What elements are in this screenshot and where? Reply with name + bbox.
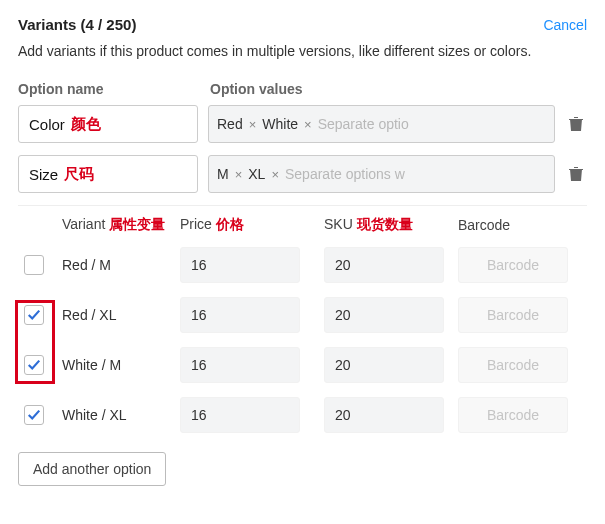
variant-checkbox[interactable] [24, 255, 44, 275]
remove-tag-icon[interactable]: × [249, 117, 257, 132]
option-value-text: M [217, 166, 229, 182]
variant-table-header: Variant 属性变量 Price 价格 SKU 现货数量 Barcode [18, 210, 587, 240]
header-sku: SKU [324, 216, 353, 232]
option-value-tag: Red× [217, 116, 256, 132]
price-input[interactable]: 16 [180, 247, 300, 283]
header-barcode: Barcode [458, 217, 510, 233]
option-name-value: Color [29, 116, 65, 133]
option-name-input[interactable]: Size尺码 [18, 155, 198, 193]
option-name-annotation: 尺码 [64, 165, 94, 184]
option-values-label: Option values [210, 81, 587, 97]
option-value-text: Red [217, 116, 243, 132]
barcode-input[interactable]: Barcode [458, 347, 568, 383]
trash-icon[interactable] [565, 166, 587, 182]
table-row: Red / XL1620Barcode [18, 290, 587, 340]
header-price: Price [180, 216, 212, 232]
remove-tag-icon[interactable]: × [271, 167, 279, 182]
variants-description: Add variants if this product comes in mu… [18, 43, 587, 59]
option-value-text: XL [248, 166, 265, 182]
sku-input[interactable]: 20 [324, 297, 444, 333]
cancel-link[interactable]: Cancel [543, 17, 587, 33]
variant-name: White / XL [62, 407, 180, 423]
option-values-input[interactable]: M×XL×Separate options w [208, 155, 555, 193]
header-sku-annotation: 现货数量 [357, 216, 413, 232]
divider [18, 205, 587, 206]
barcode-input[interactable]: Barcode [458, 397, 568, 433]
price-input[interactable]: 16 [180, 347, 300, 383]
barcode-input[interactable]: Barcode [458, 297, 568, 333]
barcode-input[interactable]: Barcode [458, 247, 568, 283]
variant-name: Red / XL [62, 307, 180, 323]
add-another-option-button[interactable]: Add another option [18, 452, 166, 486]
price-input[interactable]: 16 [180, 297, 300, 333]
option-value-tag: XL× [248, 166, 279, 182]
header-price-annotation: 价格 [216, 216, 244, 232]
sku-input[interactable]: 20 [324, 397, 444, 433]
variant-name: Red / M [62, 257, 180, 273]
option-value-text: White [262, 116, 298, 132]
header-variant-annotation: 属性变量 [109, 216, 165, 232]
variant-name: White / M [62, 357, 180, 373]
option-values-placeholder: Separate options w [285, 166, 546, 182]
remove-tag-icon[interactable]: × [304, 117, 312, 132]
option-name-value: Size [29, 166, 58, 183]
variant-checkbox[interactable] [24, 405, 44, 425]
option-row: Size尺码M×XL×Separate options w [18, 155, 587, 193]
sku-input[interactable]: 20 [324, 347, 444, 383]
table-row: White / M1620Barcode [18, 340, 587, 390]
trash-icon[interactable] [565, 116, 587, 132]
variant-checkbox[interactable] [24, 355, 44, 375]
option-values-placeholder: Separate optio [318, 116, 546, 132]
table-row: White / XL1620Barcode [18, 390, 587, 440]
variants-title: Variants (4 / 250) [18, 16, 136, 33]
option-value-tag: M× [217, 166, 242, 182]
option-values-input[interactable]: Red×White×Separate optio [208, 105, 555, 143]
option-name-annotation: 颜色 [71, 115, 101, 134]
option-row: Color颜色Red×White×Separate optio [18, 105, 587, 143]
option-name-label: Option name [18, 81, 210, 97]
sku-input[interactable]: 20 [324, 247, 444, 283]
price-input[interactable]: 16 [180, 397, 300, 433]
header-variant: Variant [62, 216, 105, 232]
remove-tag-icon[interactable]: × [235, 167, 243, 182]
option-value-tag: White× [262, 116, 311, 132]
option-name-input[interactable]: Color颜色 [18, 105, 198, 143]
table-row: Red / M1620Barcode [18, 240, 587, 290]
variant-checkbox[interactable] [24, 305, 44, 325]
